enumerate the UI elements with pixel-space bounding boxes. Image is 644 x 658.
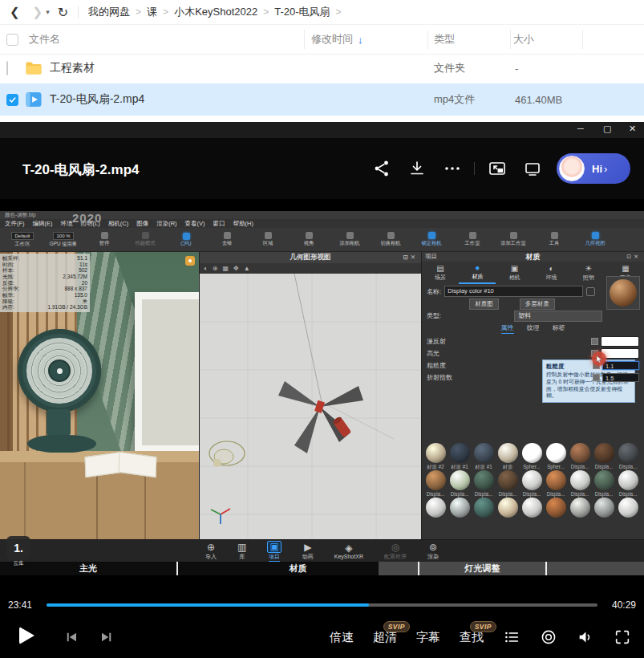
material-sphere-cell xyxy=(448,498,472,518)
avatar xyxy=(559,156,585,181)
tool-value: Default xyxy=(11,232,33,240)
chapter-segment[interactable] xyxy=(547,562,644,575)
project-tab-照明: ☀照明 xyxy=(570,262,607,284)
row-checkbox[interactable] xyxy=(6,62,8,75)
record-icon[interactable] xyxy=(540,628,557,646)
select-all-checkbox[interactable] xyxy=(6,25,18,54)
geometry-view-panel: 几何图形视图 ⊡✕ ◐⊕▦✥▲ xyxy=(199,252,421,539)
material-sphere xyxy=(546,498,566,518)
column-modified[interactable]: 修改时间 ↓ xyxy=(311,25,363,54)
tab-label: 照明 xyxy=(583,274,594,282)
material-sphere-cell: Displa... xyxy=(592,443,616,470)
dock-item-渲染: ⊚渲染 xyxy=(427,542,439,561)
file-table-header: 文件名 修改时间 ↓ 类型 大小 xyxy=(0,24,644,55)
back-icon[interactable]: ❮ xyxy=(10,5,20,19)
download-icon[interactable] xyxy=(407,159,427,178)
share-icon[interactable] xyxy=(372,159,391,178)
material-sphere-cell: Spher... xyxy=(544,443,568,470)
column-type[interactable]: 类型 xyxy=(434,25,455,54)
playlist-icon[interactable] xyxy=(503,628,520,646)
account-pill[interactable]: Hi › xyxy=(557,153,630,184)
material-sphere xyxy=(546,470,566,490)
material-sphere-label: Displa... xyxy=(617,490,640,498)
previous-button[interactable] xyxy=(64,630,79,644)
next-button[interactable] xyxy=(99,630,114,644)
library-row: Displa...Displa...Displa...Displa...Disp… xyxy=(423,470,643,498)
picture-in-picture-icon[interactable] xyxy=(488,159,507,178)
material-sphere-label: Displa... xyxy=(593,490,616,498)
control-字幕[interactable]: 字幕 xyxy=(416,630,440,645)
geometry-toolbar: ◐⊕▦✥▲ xyxy=(200,263,421,274)
material-sphere xyxy=(474,443,494,463)
forward-icon[interactable]: ❯ xyxy=(33,5,43,19)
tool-label: 添加工作室 xyxy=(500,240,525,247)
breadcrumb: 我的网盘>课>小木KeyShot2022>T-20-电风扇> xyxy=(88,5,346,19)
tool-icon xyxy=(142,232,149,239)
seek-bar[interactable] xyxy=(47,603,597,607)
column-filename[interactable]: 文件名 xyxy=(29,25,60,54)
hud-value: 2,345.72M xyxy=(63,274,87,280)
dock-icon: ▥ xyxy=(237,542,246,553)
fullscreen-icon[interactable] xyxy=(614,628,631,646)
material-sphere-label: 材质 #2 xyxy=(424,463,448,470)
sort-desc-icon[interactable]: ↓ xyxy=(358,34,363,46)
hud-key: 样本: xyxy=(2,267,14,274)
chapter-segment[interactable]: 材质 xyxy=(178,562,419,575)
breadcrumb-item[interactable]: T-20-电风扇 xyxy=(274,5,330,19)
play-button[interactable] xyxy=(19,627,34,644)
column-size[interactable]: 大小 xyxy=(513,25,534,54)
more-icon[interactable] xyxy=(443,159,462,178)
subtab-纹理: 纹理 xyxy=(527,323,540,334)
tab-icon: ▣ xyxy=(511,265,518,273)
refresh-icon[interactable]: ↻ xyxy=(58,5,68,20)
material-sphere-label: Displa... xyxy=(545,490,568,498)
video-content-keyshot[interactable]: 颜色-调整.bip 2020 文件(F)编辑(E)环境照明(L)相机(C)图像渲… xyxy=(0,211,644,562)
material-sphere-label: Displa... xyxy=(520,490,544,498)
material-sphere xyxy=(474,470,494,490)
breadcrumb-item[interactable]: 课 xyxy=(147,5,157,19)
tool-icon xyxy=(306,232,313,239)
chapter-segment[interactable]: 灯光调整 xyxy=(419,562,547,575)
player-titlebar[interactable]: ─ ▢ ✕ xyxy=(0,122,644,138)
player-right-controls: 倍速超清SVIP字幕查找SVIP xyxy=(330,623,631,652)
material-sphere xyxy=(426,470,446,490)
table-row[interactable]: T-20-电风扇-2.mp4mp4文件461.40MB xyxy=(0,83,644,116)
hud-key: 分辨率: xyxy=(2,286,19,292)
keyshot-tool-工具: 工具 xyxy=(537,232,572,247)
material-sphere-label: Displa... xyxy=(472,490,496,498)
material-sphere-cell: 材质 xyxy=(496,443,520,470)
cast-icon[interactable] xyxy=(523,159,542,178)
material-sphere-cell: Displa... xyxy=(472,470,496,498)
library-row: 材质 #2材质 #1材质 #1材质Spher...Spher...Displa.… xyxy=(423,443,643,470)
table-row[interactable]: 工程素材文件夹- xyxy=(0,53,644,83)
tool-label: CPU xyxy=(180,241,191,246)
breadcrumb-separator-icon: > xyxy=(136,6,141,18)
hud-value: 502 xyxy=(79,267,87,274)
project-tab-相机: ▣相机 xyxy=(496,262,533,284)
control-超清[interactable]: 超清SVIP xyxy=(373,630,397,645)
tool-label: 去噪 xyxy=(222,240,233,247)
maximize-icon[interactable]: ▢ xyxy=(603,124,611,134)
file-name[interactable]: 工程素材 xyxy=(50,61,95,75)
video-title: T-20-电风扇-2.mp4 xyxy=(22,160,139,179)
control-查找[interactable]: 查找SVIP xyxy=(460,630,484,645)
minimize-icon[interactable]: ─ xyxy=(577,124,584,133)
divider xyxy=(474,162,475,175)
close-icon[interactable]: ✕ xyxy=(629,124,636,134)
material-sphere-cell xyxy=(520,498,544,518)
control-倍速[interactable]: 倍速 xyxy=(330,630,354,645)
tab-icon: ◐ xyxy=(549,265,554,273)
file-name[interactable]: T-20-电风扇-2.mp4 xyxy=(50,92,144,107)
texture-icon xyxy=(591,338,598,345)
total-duration: 40:29 xyxy=(604,599,636,611)
history-caret-icon[interactable]: ▾ xyxy=(46,8,50,16)
tool-icon xyxy=(428,232,435,239)
breadcrumb-item[interactable]: 我的网盘 xyxy=(88,5,130,19)
row-checkbox[interactable] xyxy=(6,94,18,106)
material-name-input: Display color #10 xyxy=(444,286,583,297)
volume-icon[interactable] xyxy=(577,628,594,646)
dock-item-导入: ⊕导入 xyxy=(205,542,217,561)
library-row xyxy=(423,498,643,518)
keyshot-menu-item: 窗口 xyxy=(213,220,225,228)
breadcrumb-item[interactable]: 小木KeyShot2022 xyxy=(174,5,257,19)
